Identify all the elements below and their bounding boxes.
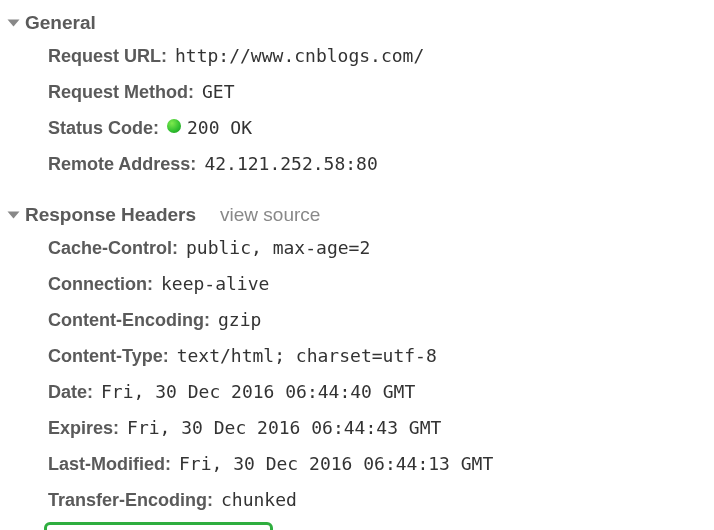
header-value: text/html; charset=utf-8 [177, 342, 437, 369]
highlight-box: Vary: Accept-Encoding [44, 522, 273, 530]
row-request-url: Request URL: http://www.cnblogs.com/ [10, 38, 714, 74]
section-toggle-response-headers[interactable]: Response Headers view source [10, 200, 714, 230]
header-value: Fri, 30 Dec 2016 06:44:40 GMT [101, 378, 415, 405]
section-title-response-headers: Response Headers [25, 204, 196, 226]
header-row: Transfer-Encoding: chunked [10, 482, 714, 518]
view-source-link[interactable]: view source [220, 204, 320, 226]
header-value: keep-alive [161, 270, 269, 297]
value-request-url: http://www.cnblogs.com/ [175, 42, 424, 69]
header-label: Cache-Control: [48, 235, 178, 262]
triangle-down-icon [8, 212, 20, 219]
header-row: Cache-Control: public, max-age=2 [10, 230, 714, 266]
header-value: chunked [221, 486, 297, 513]
triangle-down-icon [8, 20, 20, 27]
row-status-code: Status Code: 200 OK [10, 110, 714, 146]
label-request-method: Request Method: [48, 79, 194, 106]
section-title-general: General [25, 12, 96, 34]
status-ok-icon [167, 119, 181, 133]
header-label: Expires: [48, 415, 119, 442]
header-label: Connection: [48, 271, 153, 298]
row-remote-address: Remote Address: 42.121.252.58:80 [10, 146, 714, 182]
header-row-highlighted: Vary: Accept-Encoding [10, 518, 714, 530]
header-label: Content-Encoding: [48, 307, 210, 334]
header-row: Connection: keep-alive [10, 266, 714, 302]
label-request-url: Request URL: [48, 43, 167, 70]
row-request-method: Request Method: GET [10, 74, 714, 110]
header-label: Transfer-Encoding: [48, 487, 213, 514]
value-status-code: 200 OK [187, 114, 252, 141]
header-value: gzip [218, 306, 261, 333]
header-value: public, max-age=2 [186, 234, 370, 261]
header-label: Content-Type: [48, 343, 169, 370]
header-label: Date: [48, 379, 93, 406]
header-row: Content-Encoding: gzip [10, 302, 714, 338]
header-row: Expires: Fri, 30 Dec 2016 06:44:43 GMT [10, 410, 714, 446]
header-row: Last-Modified: Fri, 30 Dec 2016 06:44:13… [10, 446, 714, 482]
header-value: Accept-Encoding [103, 526, 266, 530]
header-row: Content-Type: text/html; charset=utf-8 [10, 338, 714, 374]
header-value: Fri, 30 Dec 2016 06:44:43 GMT [127, 414, 441, 441]
value-remote-address: 42.121.252.58:80 [204, 150, 377, 177]
header-label: Last-Modified: [48, 451, 171, 478]
header-row: Date: Fri, 30 Dec 2016 06:44:40 GMT [10, 374, 714, 410]
section-toggle-general[interactable]: General [10, 8, 714, 38]
value-request-method: GET [202, 78, 235, 105]
label-remote-address: Remote Address: [48, 151, 196, 178]
header-value: Fri, 30 Dec 2016 06:44:13 GMT [179, 450, 493, 477]
label-status-code: Status Code: [48, 115, 159, 142]
